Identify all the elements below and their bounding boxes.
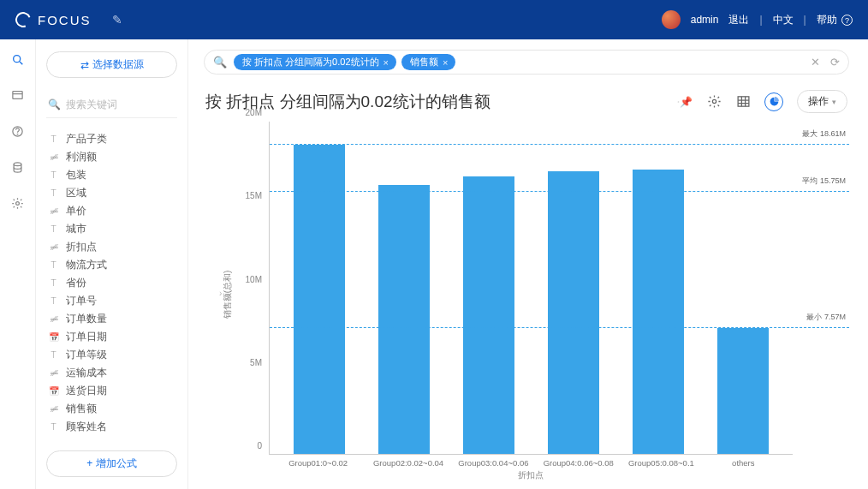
field-item[interactable]: ⟙顾客姓名 (46, 418, 177, 436)
field-label: 订单号 (66, 295, 97, 307)
field-item[interactable]: ⟙省份 (46, 274, 177, 292)
field-label: 订单日期 (66, 331, 107, 343)
header-right: admin 退出 | 中文 | 帮助 ? (662, 10, 853, 29)
field-type-icon: ⧣ (48, 314, 59, 324)
pin-icon[interactable]: 📌 (677, 94, 693, 110)
chart-view-icon[interactable] (764, 92, 783, 111)
field-type-icon: ⟙ (48, 422, 59, 432)
field-search[interactable]: 🔍 (46, 98, 177, 118)
x-tick: Group03:0.04~0.06 (458, 458, 518, 468)
brand-logo: FOCUS (15, 12, 92, 27)
field-type-icon: ⧣ (48, 206, 59, 216)
reference-line (270, 327, 849, 328)
field-label: 销售额 (66, 403, 97, 415)
field-item[interactable]: 📅送货日期 (46, 382, 177, 400)
title-row: 按 折扣点 分组间隔为0.02统计的销售额 📌 操作 ▾ (205, 90, 847, 113)
operations-button[interactable]: 操作 ▾ (797, 90, 847, 113)
field-list: ⟙产品子类⧣利润额⟙包装⟙区域⧣单价⟙城市⧣折扣点⟙物流方式⟙省份⟙订单号⧣订单… (46, 130, 177, 444)
divider: | (804, 14, 806, 26)
field-item[interactable]: ⟙产品子类 (46, 130, 177, 148)
field-type-icon: ⟙ (48, 134, 59, 145)
query-bar[interactable]: 🔍 按 折扣点 分组间隔为0.02统计的× 销售额× ✕ ⟳ (204, 50, 849, 75)
refresh-icon[interactable]: ⟳ (830, 56, 840, 69)
bar[interactable] (548, 171, 599, 454)
reference-line (270, 191, 849, 192)
nav-iconbar (0, 39, 36, 489)
help-nav-icon[interactable] (11, 125, 25, 139)
field-item[interactable]: ⧣销售额 (46, 400, 177, 418)
x-tick: Group04:0.06~0.08 (544, 458, 603, 468)
y-tick: 20M (246, 108, 262, 117)
field-item[interactable]: ⟙包装 (46, 166, 177, 184)
y-tick: 0 (257, 441, 262, 450)
field-label: 订单数量 (66, 313, 107, 325)
add-formula-button[interactable]: + 增加公式 (46, 450, 177, 477)
svg-point-7 (15, 202, 19, 206)
field-type-icon: ⟙ (48, 296, 59, 307)
y-axis-label: 销售额(总和) (222, 270, 234, 319)
field-type-icon: ⟙ (48, 188, 59, 199)
field-item[interactable]: ⟙城市 (46, 220, 177, 238)
field-type-icon: ⟙ (48, 350, 59, 361)
field-label: 订单等级 (66, 349, 107, 361)
bar[interactable] (378, 185, 430, 454)
field-item[interactable]: ⧣订单数量 (46, 310, 177, 328)
field-type-icon: ⧣ (48, 152, 59, 162)
y-tick: 10M (246, 274, 262, 283)
field-label: 单价 (66, 205, 86, 218)
username: admin (691, 14, 719, 26)
help-link[interactable]: 帮助 ? (817, 13, 853, 27)
data-nav-icon[interactable] (11, 161, 25, 175)
divider: | (759, 14, 762, 26)
field-item[interactable]: ⧣单价 (46, 202, 177, 220)
avatar[interactable] (662, 10, 681, 29)
settings-nav-icon[interactable] (11, 197, 25, 211)
y-axis: › 销售额(总和) 05M10M15M20M (233, 122, 267, 455)
chevron-down-icon: ▾ (832, 98, 836, 106)
x-tick: Group02:0.02~0.04 (373, 458, 433, 468)
field-item[interactable]: ⧣折扣点 (46, 238, 177, 256)
bar[interactable] (717, 328, 769, 454)
field-item[interactable]: ⟙订单号 (46, 292, 177, 310)
field-type-icon: ⟙ (48, 260, 59, 271)
search-nav-icon[interactable] (11, 53, 25, 67)
lang-link[interactable]: 中文 (773, 13, 794, 27)
bar[interactable] (633, 170, 684, 454)
swap-icon: ⇄ (80, 59, 89, 71)
field-sidebar: ⇄ 选择数据源 🔍 ⟙产品子类⧣利润额⟙包装⟙区域⧣单价⟙城市⧣折扣点⟙物流方式… (36, 39, 188, 489)
bars-container (270, 122, 793, 454)
field-item[interactable]: 📅订单日期 (46, 328, 177, 346)
field-type-icon: ⟙ (48, 224, 59, 235)
field-label: 包装 (66, 169, 86, 182)
field-item[interactable]: ⧣运输成本 (46, 364, 177, 382)
table-view-icon[interactable] (735, 94, 751, 110)
field-item[interactable]: ⟙订单等级 (46, 346, 177, 364)
svg-rect-2 (12, 92, 21, 99)
field-label: 顾客姓名 (66, 420, 107, 433)
chip-remove-icon[interactable]: × (443, 57, 448, 68)
svg-point-5 (17, 134, 18, 134)
svg-point-6 (14, 163, 21, 166)
search-icon: 🔍 (213, 56, 227, 69)
svg-point-0 (13, 56, 20, 63)
field-search-input[interactable] (66, 98, 175, 110)
logout-link[interactable]: 退出 (728, 13, 749, 27)
field-item[interactable]: ⧣利润额 (46, 148, 177, 166)
edit-icon[interactable]: ✎ (112, 13, 122, 27)
field-label: 省份 (66, 277, 86, 289)
chip-remove-icon[interactable]: × (383, 57, 389, 68)
chart-area: › 销售额(总和) 05M10M15M20M 最大 18.61M平均 15.75… (204, 122, 849, 484)
bar[interactable] (463, 176, 514, 454)
field-item[interactable]: ⟙物流方式 (46, 256, 177, 274)
query-chip[interactable]: 销售额× (401, 54, 455, 70)
gear-icon[interactable] (706, 94, 722, 110)
svg-rect-9 (738, 97, 749, 106)
svg-point-8 (712, 99, 716, 103)
field-item[interactable]: ⟙区域 (46, 184, 177, 202)
select-datasource-button[interactable]: ⇄ 选择数据源 (46, 51, 177, 78)
query-chip[interactable]: 按 折扣点 分组间隔为0.02统计的× (234, 54, 396, 70)
clear-query-icon[interactable]: ✕ (811, 56, 820, 69)
y-tick: 5M (250, 357, 262, 367)
board-nav-icon[interactable] (11, 89, 25, 103)
field-label: 城市 (66, 223, 86, 236)
